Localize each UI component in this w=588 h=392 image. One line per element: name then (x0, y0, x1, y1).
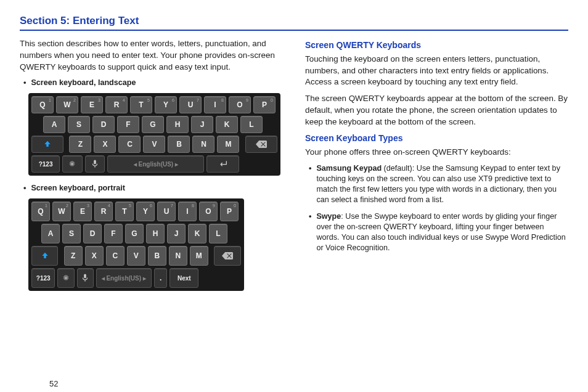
key-u[interactable]: 7U (179, 96, 202, 113)
key-a[interactable]: A (43, 116, 65, 133)
enter-key[interactable] (206, 155, 239, 173)
section-title: Section 5: Entering Text (20, 15, 568, 31)
language-key[interactable]: ◂ English(US) ▸ (96, 268, 152, 288)
landscape-label: Screen keyboard, landscape (31, 78, 136, 87)
key-v[interactable]: V (143, 136, 165, 153)
svg-rect-3 (84, 274, 86, 279)
key-m[interactable]: M (190, 246, 208, 266)
key-q[interactable]: 1Q (31, 202, 50, 221)
keyboard-landscape: 1Q2W3E4R5T6Y7U8I9O0PASDFGHJKLZXCVBNM?123… (28, 93, 280, 176)
shift-key[interactable] (31, 246, 58, 266)
key-d[interactable]: D (92, 116, 115, 133)
bullet-dot: • (309, 163, 311, 205)
key-d[interactable]: D (83, 224, 102, 243)
key-x[interactable]: X (85, 246, 104, 266)
key-t[interactable]: 5T (130, 96, 152, 113)
key-p[interactable]: 0P (220, 202, 239, 221)
key-e[interactable]: 3E (81, 96, 103, 113)
key-f[interactable]: F (104, 224, 123, 243)
key-w[interactable]: 2W (56, 96, 78, 113)
key-s[interactable]: S (62, 224, 81, 243)
portrait-label: Screen keyboard, portrait (31, 184, 125, 192)
svg-point-2 (65, 277, 67, 279)
symbols-key[interactable]: ?123 (31, 155, 60, 173)
key-n[interactable]: N (192, 136, 214, 153)
key-j[interactable]: J (167, 224, 186, 243)
key-g[interactable]: G (142, 116, 164, 133)
svg-point-0 (71, 163, 73, 165)
key-p[interactable]: 0P (253, 96, 276, 113)
next-key[interactable]: Next (169, 268, 198, 288)
key-z[interactable]: Z (69, 136, 91, 153)
key-e[interactable]: 3E (73, 202, 92, 221)
bullet-dot: • (23, 78, 26, 88)
p3: Your phone offers three on-screen QWERTY… (305, 147, 568, 158)
key-y[interactable]: 6Y (155, 96, 177, 113)
symbols-key[interactable]: ?123 (31, 268, 55, 288)
key-w[interactable]: 2W (52, 202, 71, 221)
p2: The screen QWERTY keyboards appear at th… (305, 93, 568, 128)
key-c[interactable]: C (118, 136, 141, 153)
key-v[interactable]: V (127, 246, 145, 266)
bullet-samsung: Samsung Keypad (default): Use the Samsun… (316, 163, 568, 205)
key-f[interactable]: F (117, 116, 139, 133)
key-y[interactable]: 6Y (136, 202, 155, 221)
mic-key[interactable] (77, 268, 94, 288)
key-u[interactable]: 7U (157, 202, 176, 221)
keyboard-portrait: 1Q2W3E4R5T6Y7U8I9O0PASDFGHJKLZXCVBNM?123… (28, 198, 244, 291)
p1: Touching the keyboard on the screen ente… (305, 54, 568, 88)
key-k[interactable]: K (216, 116, 238, 133)
key-x[interactable]: X (94, 136, 116, 153)
key-r[interactable]: 4R (105, 96, 128, 113)
key-h[interactable]: H (146, 224, 165, 243)
key-t[interactable]: 5T (115, 202, 134, 221)
key-h[interactable]: H (166, 116, 189, 133)
bullet-swype: Swype: Use the Swype keyboard to enter w… (316, 211, 568, 253)
key-i[interactable]: 8I (204, 96, 226, 113)
settings-key[interactable] (62, 155, 83, 173)
mic-key[interactable] (85, 155, 105, 173)
key-j[interactable]: J (191, 116, 213, 133)
key-g[interactable]: G (125, 224, 144, 243)
period-key[interactable]: . (154, 268, 168, 288)
key-i[interactable]: 8I (178, 202, 197, 221)
backspace-key[interactable] (214, 246, 240, 266)
key-k[interactable]: K (188, 224, 206, 243)
key-m[interactable]: M (217, 136, 239, 153)
key-z[interactable]: Z (64, 246, 83, 266)
settings-key[interactable] (57, 268, 74, 288)
key-a[interactable]: A (41, 224, 60, 243)
key-l[interactable]: L (240, 116, 263, 133)
key-r[interactable]: 4R (94, 202, 113, 221)
key-l[interactable]: L (209, 224, 227, 243)
key-o[interactable]: 9O (199, 202, 218, 221)
bullet-dot: • (23, 183, 26, 194)
backspace-key[interactable] (245, 136, 277, 153)
shift-key[interactable] (31, 136, 63, 153)
heading-qwerty: Screen QWERTY Keyboards (305, 39, 568, 51)
bullet-dot: • (309, 211, 311, 253)
key-b[interactable]: B (168, 136, 190, 153)
page-number: 52 (49, 379, 58, 388)
key-n[interactable]: N (169, 246, 187, 266)
heading-types: Screen Keyboard Types (305, 133, 568, 144)
key-q[interactable]: 1Q (31, 96, 54, 113)
intro-paragraph: This section describes how to enter word… (20, 38, 283, 73)
key-o[interactable]: 9O (229, 96, 251, 113)
key-s[interactable]: S (68, 116, 90, 133)
svg-rect-1 (94, 160, 96, 165)
key-b[interactable]: B (148, 246, 166, 266)
key-c[interactable]: C (106, 246, 125, 266)
language-key[interactable]: ◂ English(US) ▸ (107, 155, 204, 173)
